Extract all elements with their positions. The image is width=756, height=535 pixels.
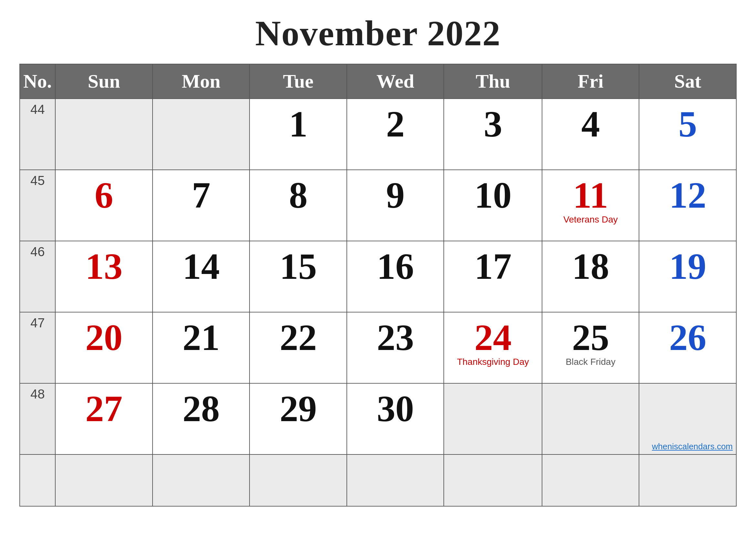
week-number: 44 — [20, 99, 55, 170]
day-number: 10 — [449, 177, 536, 214]
day-cell: 25Black Friday — [542, 312, 639, 383]
day-cell: 29 — [250, 383, 347, 455]
day-number: 26 — [644, 319, 731, 356]
day-number: 25 — [547, 319, 634, 356]
day-cell: 9 — [347, 170, 444, 241]
empty-day-cell — [347, 455, 444, 506]
day-number: 3 — [449, 105, 536, 143]
week-number: 47 — [20, 312, 55, 383]
week-number: 45 — [20, 170, 55, 241]
day-cell: 18 — [542, 241, 639, 312]
day-number: 29 — [255, 390, 342, 427]
col-header-sat: Sat — [639, 64, 736, 99]
empty-day-cell — [55, 455, 152, 506]
day-cell: 2 — [347, 99, 444, 170]
week-row-48: 4827282930wheniscalendars.com — [20, 383, 736, 455]
day-number: 4 — [547, 105, 634, 143]
day-cell — [444, 383, 542, 455]
day-number: 2 — [352, 105, 439, 143]
day-cell: 23 — [347, 312, 444, 383]
day-cell: 1 — [250, 99, 347, 170]
day-number: 7 — [158, 177, 245, 214]
week-number: 48 — [20, 383, 55, 455]
day-cell: 27 — [55, 383, 152, 455]
col-header-tue: Tue — [250, 64, 347, 99]
holiday-label: Black Friday — [547, 357, 634, 367]
empty-day-cell — [444, 455, 542, 506]
day-number: 27 — [61, 390, 148, 427]
day-number: 19 — [644, 248, 731, 285]
day-cell: 15 — [250, 241, 347, 312]
day-cell: wheniscalendars.com — [639, 383, 736, 455]
empty-final-row — [20, 455, 736, 506]
day-number: 24 — [449, 319, 536, 356]
day-cell: 7 — [152, 170, 250, 241]
day-cell: 12 — [639, 170, 736, 241]
day-number: 6 — [61, 177, 148, 214]
holiday-label: Thanksgiving Day — [449, 357, 536, 367]
day-cell: 3 — [444, 99, 542, 170]
day-cell — [152, 99, 250, 170]
day-number: 1 — [255, 105, 342, 143]
day-number: 5 — [644, 105, 731, 143]
col-header-no: No. — [20, 64, 55, 99]
page-title: November 2022 — [255, 13, 501, 54]
watermark-link[interactable]: wheniscalendars.com — [652, 441, 733, 452]
col-header-sun: Sun — [55, 64, 152, 99]
day-cell: 16 — [347, 241, 444, 312]
day-cell: 22 — [250, 312, 347, 383]
day-cell: 11Veterans Day — [542, 170, 639, 241]
day-number: 12 — [644, 177, 731, 214]
day-cell: 6 — [55, 170, 152, 241]
day-cell: 5 — [639, 99, 736, 170]
day-number: 16 — [352, 248, 439, 285]
day-number: 23 — [352, 319, 439, 356]
day-cell: 4 — [542, 99, 639, 170]
header-row: No. Sun Mon Tue Wed Thu Fri Sat — [20, 64, 736, 99]
day-cell: 30 — [347, 383, 444, 455]
day-cell — [542, 383, 639, 455]
day-cell — [55, 99, 152, 170]
day-number: 17 — [449, 248, 536, 285]
empty-day-cell — [639, 455, 736, 506]
day-cell: 24Thanksgiving Day — [444, 312, 542, 383]
week-row-46: 4613141516171819 — [20, 241, 736, 312]
col-header-thu: Thu — [444, 64, 542, 99]
day-cell: 21 — [152, 312, 250, 383]
day-cell: 8 — [250, 170, 347, 241]
day-number: 13 — [61, 248, 148, 285]
col-header-wed: Wed — [347, 64, 444, 99]
day-cell: 14 — [152, 241, 250, 312]
day-number: 11 — [547, 177, 634, 214]
week-number: 46 — [20, 241, 55, 312]
week-row-47: 472021222324Thanksgiving Day25Black Frid… — [20, 312, 736, 383]
day-number: 21 — [158, 319, 245, 356]
week-row-44: 4412345 — [20, 99, 736, 170]
col-header-fri: Fri — [542, 64, 639, 99]
week-number-empty — [20, 455, 55, 506]
empty-day-cell — [152, 455, 250, 506]
holiday-label: Veterans Day — [547, 214, 634, 225]
day-number: 30 — [352, 390, 439, 427]
empty-day-cell — [250, 455, 347, 506]
day-number: 14 — [158, 248, 245, 285]
day-cell: 10 — [444, 170, 542, 241]
day-cell: 28 — [152, 383, 250, 455]
day-cell: 13 — [55, 241, 152, 312]
day-cell: 17 — [444, 241, 542, 312]
day-number: 9 — [352, 177, 439, 214]
day-number: 28 — [158, 390, 245, 427]
day-number: 8 — [255, 177, 342, 214]
day-number: 18 — [547, 248, 634, 285]
day-cell: 26 — [639, 312, 736, 383]
day-number: 22 — [255, 319, 342, 356]
week-row-45: 4567891011Veterans Day12 — [20, 170, 736, 241]
calendar-table: No. Sun Mon Tue Wed Thu Fri Sat 44123454… — [19, 64, 737, 507]
day-number: 20 — [61, 319, 148, 356]
day-number: 15 — [255, 248, 342, 285]
day-cell: 19 — [639, 241, 736, 312]
empty-day-cell — [542, 455, 639, 506]
col-header-mon: Mon — [152, 64, 250, 99]
day-cell: 20 — [55, 312, 152, 383]
